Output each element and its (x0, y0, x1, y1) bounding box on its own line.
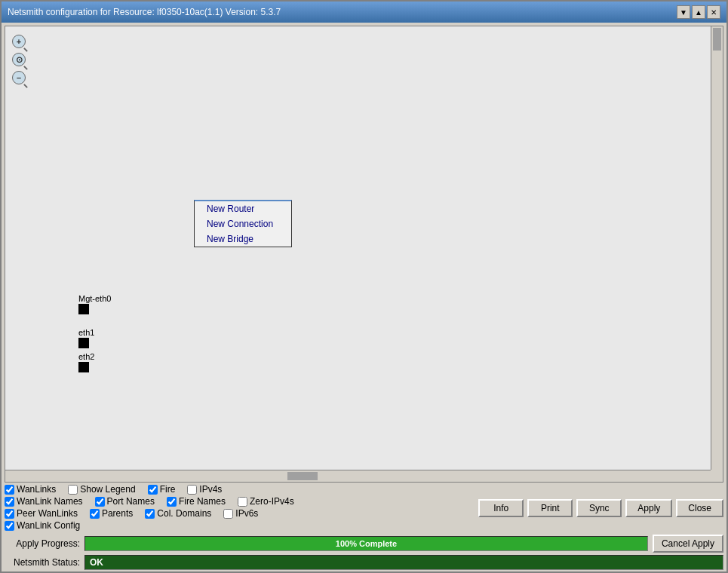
scroll-corner (711, 470, 723, 482)
fire-checkbox[interactable] (148, 485, 158, 495)
status-text: OK (90, 557, 103, 568)
zero-ipv4s-label: Zero-IPv4s (250, 496, 294, 507)
checkbox-ipv4s: IPv4s (187, 484, 222, 495)
checkbox-wanlinks: WanLinks (5, 484, 56, 495)
wanlink-config-label: WanLink Config (17, 520, 80, 531)
status-label: Netsmith Status: (5, 557, 80, 568)
main-window: Netsmith configuration for Resource: lf0… (0, 0, 728, 573)
fire-label: Fire (160, 484, 176, 495)
context-menu: New Router New Connection New Bridge (194, 200, 292, 247)
close-button[interactable]: ✕ (707, 5, 720, 19)
ipv4s-checkbox[interactable] (187, 485, 197, 495)
peer-wanlinks-label: Peer WanLinks (17, 508, 78, 519)
show-legend-label: Show Legend (80, 484, 135, 495)
vertical-scroll-thumb[interactable] (713, 28, 721, 51)
zoom-out-icon: – (12, 71, 26, 84)
checkbox-zero-ipv4s: Zero-IPv4s (238, 496, 294, 507)
zoom-out-button[interactable]: – (11, 70, 26, 85)
ipv6s-checkbox[interactable] (223, 509, 233, 519)
port-names-label: Port Names (107, 496, 155, 507)
main-content: Virtual Routers and Connections + ⊙ – (2, 23, 726, 571)
title-bar: Netsmith configuration for Resource: lf0… (2, 2, 726, 23)
node-eth1-icon (78, 338, 89, 348)
node-mgt-eth0-icon (78, 304, 89, 314)
wanlink-names-checkbox[interactable] (5, 497, 14, 507)
checkbox-fire-names: Fire Names (167, 496, 226, 507)
progress-text: 100% Complete (85, 539, 647, 548)
checkbox-parents: Parents (90, 508, 133, 519)
zoom-fit-button[interactable]: ⊙ (11, 52, 26, 67)
info-button[interactable]: Info (478, 499, 524, 517)
node-eth2[interactable]: eth2 (78, 352, 94, 372)
print-button[interactable]: Print (527, 499, 573, 517)
minimize-icon: ▼ (680, 8, 687, 17)
node-eth1-label: eth1 (78, 328, 94, 337)
port-names-checkbox[interactable] (95, 497, 105, 507)
col-domains-checkbox[interactable] (145, 509, 155, 519)
progress-label: Apply Progress: (5, 538, 80, 549)
window-title: Netsmith configuration for Resource: lf0… (8, 7, 281, 17)
ipv4s-label: IPv4s (199, 484, 222, 495)
ipv6s-label: IPv6s (235, 508, 258, 519)
checkbox-row-3: Peer WanLinks Parents Col. Domains (5, 508, 478, 519)
checkbox-wanlink-names: WanLink Names (5, 496, 83, 507)
menu-item-new-bridge[interactable]: New Bridge (195, 231, 291, 247)
checkbox-row-1: WanLinks Show Legend Fire IPv4s (5, 484, 478, 495)
node-mgt-eth0[interactable]: Mgt-eth0 (78, 294, 111, 314)
zoom-controls: + ⊙ – (11, 34, 26, 85)
zero-ipv4s-checkbox[interactable] (238, 497, 247, 507)
checkbox-peer-wanlinks: Peer WanLinks (5, 508, 78, 519)
title-bar-buttons: ▼ ▲ ✕ (677, 5, 720, 19)
apply-button[interactable]: Apply (625, 499, 672, 517)
controls-top-row: WanLinks Show Legend Fire IPv4s (5, 484, 723, 532)
status-value: OK (84, 555, 723, 570)
zoom-in-button[interactable]: + (11, 34, 26, 49)
fire-names-checkbox[interactable] (167, 497, 177, 507)
horizontal-scrollbar[interactable] (5, 470, 711, 482)
zoom-in-icon: + (12, 35, 26, 48)
progress-bar-container: 100% Complete (84, 536, 648, 551)
cancel-apply-button[interactable]: Cancel Apply (653, 535, 723, 553)
node-eth2-label: eth2 (78, 352, 94, 361)
checkbox-show-legend: Show Legend (68, 484, 135, 495)
close-button[interactable]: Close (676, 499, 723, 517)
wanlink-names-label: WanLink Names (17, 496, 83, 507)
checkbox-row-4: WanLink Config (5, 520, 478, 531)
wanlinks-checkbox[interactable] (5, 485, 14, 495)
node-eth1[interactable]: eth1 (78, 328, 94, 348)
checkboxes-col: WanLinks Show Legend Fire IPv4s (5, 484, 478, 532)
menu-item-new-router[interactable]: New Router (195, 201, 291, 216)
maximize-icon: ▲ (695, 8, 702, 17)
checkbox-row-2: WanLink Names Port Names Fire Names (5, 496, 478, 507)
wanlink-config-checkbox[interactable] (5, 521, 14, 531)
horizontal-scroll-thumb[interactable] (287, 472, 318, 480)
checkbox-ipv6s: IPv6s (223, 508, 258, 519)
minimize-button[interactable]: ▼ (677, 5, 690, 19)
checkbox-wanlink-config: WanLink Config (5, 520, 80, 531)
node-mgt-eth0-label: Mgt-eth0 (78, 294, 111, 303)
bottom-controls: WanLinks Show Legend Fire IPv4s (2, 483, 726, 571)
peer-wanlinks-checkbox[interactable] (5, 509, 14, 519)
zoom-fit-icon: ⊙ (12, 53, 26, 66)
vertical-scrollbar[interactable] (711, 26, 723, 470)
node-eth2-icon (78, 362, 89, 372)
maximize-button[interactable]: ▲ (692, 5, 705, 19)
status-row: Netsmith Status: OK (5, 555, 723, 570)
close-icon: ✕ (711, 8, 717, 17)
show-legend-checkbox[interactable] (68, 485, 78, 495)
col-domains-label: Col. Domains (157, 508, 211, 519)
checkbox-port-names: Port Names (95, 496, 155, 507)
checkbox-fire: Fire (148, 484, 176, 495)
parents-label: Parents (102, 508, 133, 519)
action-buttons: Info Print Sync Apply Close (478, 499, 723, 517)
menu-item-new-connection[interactable]: New Connection (195, 216, 291, 231)
canvas-area[interactable]: + ⊙ – New Router New Connection New Brid… (5, 26, 723, 482)
parents-checkbox[interactable] (90, 509, 100, 519)
wanlinks-label: WanLinks (17, 484, 56, 495)
sync-button[interactable]: Sync (576, 499, 622, 517)
checkbox-col-domains: Col. Domains (145, 508, 211, 519)
fire-names-label: Fire Names (179, 496, 226, 507)
canvas-section: Virtual Routers and Connections + ⊙ – (5, 26, 723, 483)
progress-row: Apply Progress: 100% Complete Cancel App… (5, 535, 723, 553)
